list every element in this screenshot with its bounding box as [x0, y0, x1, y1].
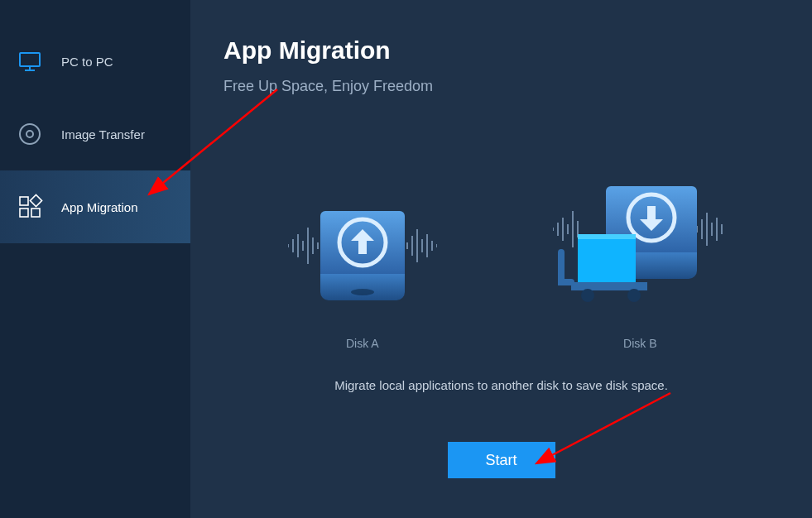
svg-point-40	[581, 289, 594, 302]
disc-icon	[17, 121, 43, 147]
disk-b-col: Disk B	[532, 170, 747, 350]
svg-point-4	[26, 131, 33, 137]
svg-point-23	[351, 289, 374, 295]
svg-point-3	[20, 124, 40, 144]
apps-icon	[17, 194, 43, 220]
svg-rect-6	[20, 209, 28, 217]
sidebar-item-image-transfer[interactable]: Image Transfer	[0, 98, 190, 170]
svg-rect-0	[20, 53, 40, 66]
page-subtitle: Free Up Space, Enjoy Freedom	[223, 78, 779, 95]
main-panel: App Migration Free Up Space, Enjoy Freed…	[190, 0, 812, 518]
svg-rect-8	[30, 194, 41, 206]
disk-a-label: Disk A	[346, 337, 379, 350]
start-button[interactable]: Start	[448, 442, 555, 478]
disk-upload-icon	[288, 186, 437, 314]
svg-rect-5	[20, 197, 28, 205]
svg-rect-38	[578, 234, 636, 282]
description-text: Migrate local applications to another di…	[223, 378, 779, 392]
sidebar-item-label: PC to PC	[61, 55, 113, 69]
sidebar: PC to PC Image Transfer App Migration	[0, 0, 190, 518]
disk-b-label: Disk B	[623, 337, 656, 350]
sidebar-item-label: App Migration	[61, 200, 138, 214]
svg-rect-7	[31, 209, 40, 217]
sidebar-item-label: Image Transfer	[61, 127, 145, 141]
disk-download-cart-icon	[553, 170, 727, 314]
disk-illustration-row: Disk A	[223, 170, 779, 350]
disk-a-col: Disk A	[255, 186, 470, 350]
svg-point-41	[627, 289, 641, 302]
sidebar-item-app-migration[interactable]: App Migration	[0, 170, 190, 243]
monitor-icon	[17, 48, 43, 74]
sidebar-item-pc-to-pc[interactable]: PC to PC	[0, 25, 190, 98]
page-title: App Migration	[223, 36, 779, 65]
svg-rect-39	[578, 234, 636, 239]
